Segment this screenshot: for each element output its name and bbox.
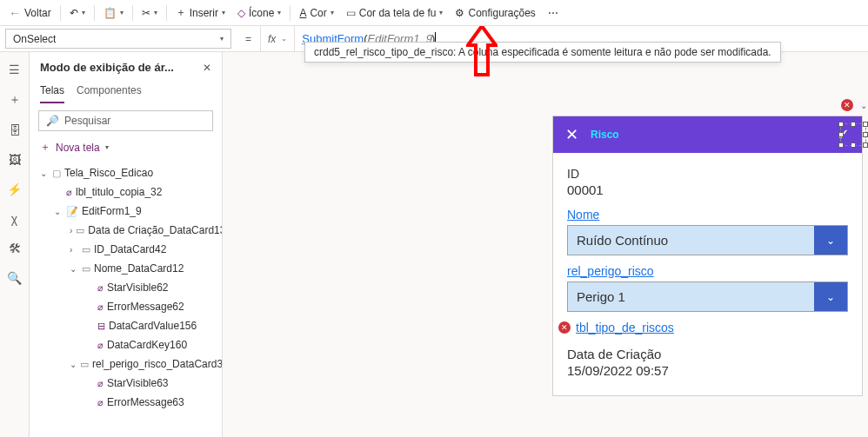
tree-view-icon[interactable]: ☰ [9,63,20,76]
tree-node-form[interactable]: ⌄📝EditForm1_9 [30,202,222,221]
tree-node-control[interactable]: ⌀StarVisible62 [30,278,222,297]
node-label: StarVisible62 [107,281,169,294]
label-icon: ⌀ [97,301,103,313]
search-icon[interactable]: 🔍 [7,271,22,285]
property-selector[interactable]: OnSelect ▾ [5,29,231,49]
tree-node-control[interactable]: ⌀ErrorMessage63 [30,393,222,412]
collapse-icon[interactable]: ⌄ [70,264,78,274]
formula-bar: OnSelect ▾ = fx⌄ SubmitForm(EditForm1_9)… [0,26,868,52]
tree-node-label[interactable]: ⌀lbl_titulo_copia_32 [30,182,222,202]
font-color-button[interactable]: ACor▾ [294,3,338,23]
node-label: EditForm1_9 [82,205,142,217]
chevron-down-icon: ▾ [220,35,224,43]
tree-node-datacard[interactable]: ⌄▭Nome_DataCard12 [30,259,222,278]
property-value: OnSelect [13,33,56,45]
collapse-icon[interactable]: ⌄ [54,207,63,216]
card-icon: ▭ [80,359,89,370]
media-icon[interactable]: 🖼 [9,153,21,167]
node-label: Tela_Risco_Edicao [64,167,153,179]
chevron-down-icon[interactable]: ⌄ [860,101,867,110]
chevron-down-icon[interactable]: ⌄ [814,226,847,255]
tab-componentes[interactable]: Componentes [77,79,142,103]
font-color-icon: A [299,7,306,19]
tree-node-datacard[interactable]: ›▭Data de Criação_DataCard13_1 [30,221,222,240]
data-icon[interactable]: 🗄 [9,123,21,137]
undo-icon: ↶ [70,7,78,19]
node-label: ID_DataCard42 [94,243,166,255]
undo-button[interactable]: ↶▾ [64,3,90,23]
expand-icon[interactable]: › [70,245,78,255]
node-label: Data de Criação_DataCard13_1 [88,224,222,236]
error-tooltip: crdd5_rel_risco_tipo_de_risco: A coluna … [304,42,781,63]
separator [166,5,167,21]
label-icon: ⌀ [97,378,103,389]
chevron-down-icon: ▾ [439,9,443,17]
expand-icon[interactable]: › [70,226,72,235]
cut-icon: ✂ [142,7,150,19]
icon-button[interactable]: ◇Ícone▾ [232,3,286,23]
bg-color-button[interactable]: ▭Cor da tela de fu▾ [341,3,449,23]
tree-node-datacard[interactable]: ›▭ID_DataCard42 [30,240,222,259]
data-label: Data de Criação [567,347,848,361]
submit-check-icon[interactable]: ✓ [837,125,850,144]
tree-node-control[interactable]: ⊟DataCardValue156 [30,316,222,335]
insert-label: Inserir [190,7,218,19]
separator [94,5,95,21]
tree-search-input[interactable]: 🔎 Pesquisar [38,110,213,131]
id-label: ID [567,167,848,181]
advanced-tools-icon[interactable]: 🛠 [9,242,21,255]
new-screen-button[interactable]: ＋ Nova tela ▾ [30,135,222,160]
nome-combobox[interactable]: Ruído Contínuo ⌄ [567,225,848,255]
collapse-icon[interactable]: ⌄ [70,360,77,369]
overflow-button[interactable]: ⋯ [543,3,564,23]
app-preview: ✕ ⌄ ✕ Risco ✓ ID 00001 Nome Ruído Contín… [553,116,862,395]
tree-node-control[interactable]: ⌀ErrorMessage62 [30,297,222,316]
tree-list: ⌄▢Tela_Risco_Edicao ⌀lbl_titulo_copia_32… [30,160,222,437]
icon-label: Ícone [249,7,274,19]
back-button[interactable]: ← Voltar [3,3,57,23]
tree-view-title: Modo de exibição de ár... [40,61,174,74]
fill-icon: ▭ [346,7,356,19]
form-body: ID 00001 Nome Ruído Contínuo ⌄ rel_perig… [553,153,862,395]
card-icon: ▭ [82,244,90,255]
tree-node-control[interactable]: ⌀DataCardKey160 [30,335,222,354]
field-error: ✕ tbl_tipo_de_riscos [558,321,848,334]
fx-label[interactable]: fx⌄ [260,26,295,51]
error-badge-icon[interactable]: ✕ [841,99,853,111]
cancel-icon[interactable]: ✕ [565,125,578,144]
label-icon: ⌀ [97,282,103,294]
settings-label: Configurações [468,7,535,19]
rel-combobox[interactable]: Perigo 1 ⌄ [567,281,848,312]
cut-button[interactable]: ✂▾ [137,3,163,23]
label-icon: ⌀ [97,397,103,408]
card-icon: ▭ [82,263,90,275]
arrow-left-icon: ← [9,6,21,20]
combobox-icon: ⊟ [97,321,105,332]
collapse-icon[interactable]: ⌄ [40,169,49,178]
chevron-down-icon: ▾ [222,9,225,17]
insert-button[interactable]: ＋Inserir▾ [170,2,230,23]
new-screen-label: Nova tela [56,142,100,154]
tab-telas[interactable]: Telas [40,79,64,103]
tree-node-control[interactable]: ⌀StarVisible63 [30,374,222,393]
tree-node-datacard[interactable]: ⌄▭rel_perigo_risco_DataCard3 [30,354,222,374]
node-label: DataCardKey160 [107,339,187,351]
node-label: lbl_titulo_copia_32 [76,186,162,198]
close-icon[interactable]: ✕ [203,62,211,74]
form-header: ✕ Risco ✓ [553,116,862,153]
tree-node-screen[interactable]: ⌄▢Tela_Risco_Edicao [30,163,222,182]
paste-icon: 📋 [103,7,117,19]
power-automate-icon[interactable]: ⚡ [7,182,22,196]
insert-icon[interactable]: ＋ [9,92,21,108]
variables-icon[interactable]: χ [11,212,17,226]
canvas[interactable]: ✕ ⌄ ✕ Risco ✓ ID 00001 Nome Ruído Contín… [223,52,868,437]
err-field-label: tbl_tipo_de_riscos [576,321,674,334]
paste-button[interactable]: 📋▾ [98,3,129,23]
separator [60,5,61,21]
chevron-down-icon[interactable]: ⌄ [814,282,847,311]
screen-icon: ▢ [52,168,61,179]
chevron-down-icon: ▾ [331,9,334,17]
settings-button[interactable]: ⚙Configurações [450,3,540,23]
separator [290,5,290,21]
left-rail: ☰ ＋ 🗄 🖼 ⚡ χ 🛠 🔍 [0,52,30,437]
